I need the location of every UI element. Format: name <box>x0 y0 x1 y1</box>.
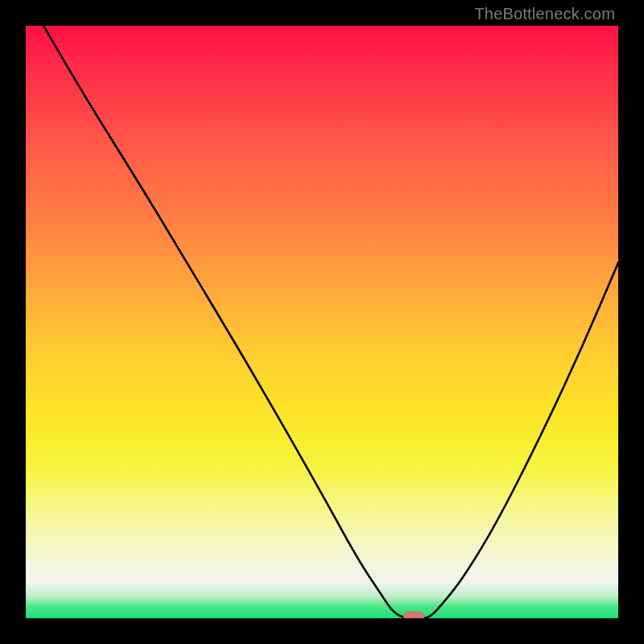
chart-container: TheBottleneck.com <box>0 0 644 644</box>
watermark-text: TheBottleneck.com <box>474 5 615 23</box>
heat-gradient-background <box>26 26 618 618</box>
plot-area <box>26 26 618 618</box>
